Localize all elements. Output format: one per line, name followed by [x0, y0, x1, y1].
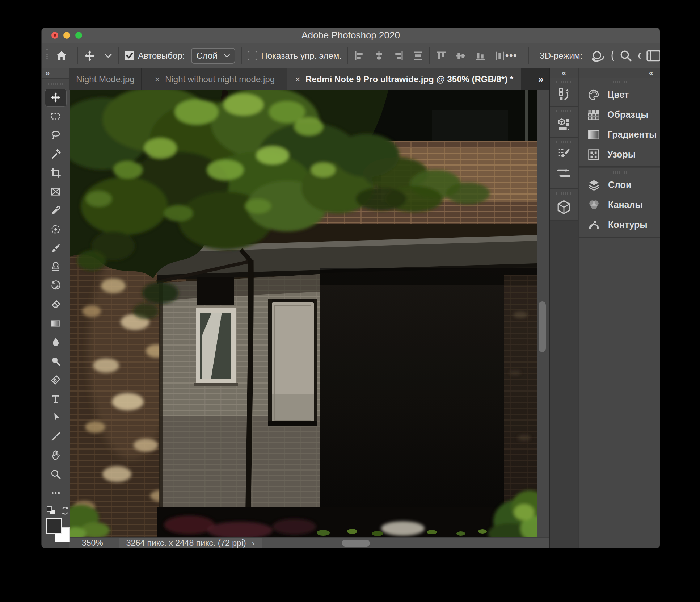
tool-brush[interactable]: [42, 239, 69, 258]
pattern-square-icon: [587, 149, 600, 161]
tool-move[interactable]: [42, 88, 69, 107]
align-left-edges-icon[interactable]: [354, 50, 365, 61]
move-tool-icon[interactable]: [84, 50, 96, 62]
dock-header[interactable]: «: [550, 68, 578, 78]
tool-gradient[interactable]: [42, 314, 69, 333]
swap-colors-icon[interactable]: [60, 506, 70, 515]
foreground-color-swatch[interactable]: [46, 518, 62, 534]
dock-group-history: [550, 78, 578, 107]
collapse-dock-icon[interactable]: «: [562, 69, 566, 77]
show-transform-controls-checkbox[interactable]: [248, 51, 257, 60]
autoselect-target-dropdown[interactable]: Слой: [191, 48, 235, 64]
panel-item-channels[interactable]: Каналы: [579, 195, 660, 215]
dock-group-grip[interactable]: [556, 110, 572, 112]
more-tools-icon[interactable]: [42, 484, 69, 502]
dock-group-grip[interactable]: [556, 81, 572, 83]
workspace-panel-icon[interactable]: [646, 50, 660, 62]
tool-line[interactable]: [42, 427, 69, 446]
options-bar-grip[interactable]: [46, 49, 48, 62]
status-bar: 350% 3264 пикс. x 2448 пикс. (72 ppi) ›: [69, 537, 549, 548]
tools-panel-grip[interactable]: [48, 83, 64, 85]
collapse-panels-icon[interactable]: «: [649, 69, 653, 77]
document-canvas[interactable]: [70, 90, 537, 537]
panel-item-patterns[interactable]: Узоры: [579, 145, 660, 164]
align-bottom-edges-icon[interactable]: [475, 50, 486, 61]
panel-item-swatches[interactable]: Образцы: [579, 105, 660, 125]
brush-settings-panel-icon[interactable]: [550, 145, 578, 164]
tool-blur[interactable]: [42, 333, 69, 352]
tool-type[interactable]: [42, 389, 69, 408]
dock-group-grip[interactable]: [556, 141, 572, 143]
3d-mode-label: 3D-режим:: [540, 51, 582, 61]
tool-frame[interactable]: [42, 182, 69, 201]
chevron-right-icon[interactable]: ›: [252, 538, 255, 548]
tool-magic-wand[interactable]: [42, 145, 69, 163]
tool-history-brush[interactable]: [42, 276, 69, 295]
dock-group-properties: [550, 107, 578, 138]
tools-panel: »: [42, 68, 69, 548]
tool-path-selection[interactable]: [42, 408, 69, 427]
panel-group-grip[interactable]: [612, 81, 628, 83]
align-top-edges-icon[interactable]: [436, 50, 447, 61]
tab-overflow-icon[interactable]: »: [538, 74, 544, 85]
align-buttons-group: [354, 50, 423, 61]
tool-pen[interactable]: [42, 371, 69, 389]
distribute-vertical-centers-icon[interactable]: [413, 50, 423, 61]
autoselect-checkbox[interactable]: [125, 51, 134, 60]
tab-night-mode[interactable]: Night Mode.jpg: [69, 68, 142, 90]
zoom-level[interactable]: 350%: [82, 538, 103, 548]
home-icon[interactable]: [55, 50, 68, 62]
panel-dock-header[interactable]: «: [579, 68, 660, 78]
desktop: { "window": { "title": "Adobe Photoshop …: [0, 0, 700, 602]
chevron-down-icon[interactable]: [104, 53, 112, 58]
panel-label: Градиенты: [607, 129, 657, 140]
default-colors-icon[interactable]: [46, 506, 56, 516]
color-controls: [42, 505, 69, 544]
panel-label: Контуры: [608, 220, 648, 230]
3d-orbit-icon[interactable]: [590, 49, 605, 63]
close-tab-icon[interactable]: ×: [155, 75, 160, 84]
tool-dodge[interactable]: [42, 352, 69, 371]
3d-panel-icon[interactable]: [550, 196, 578, 218]
tool-crop[interactable]: [42, 163, 69, 182]
tool-zoom[interactable]: [42, 465, 69, 484]
panel-item-gradients[interactable]: Градиенты: [579, 125, 660, 145]
3d-zoom-icon[interactable]: [619, 49, 632, 62]
panel-label: Каналы: [608, 200, 643, 210]
brushes-panel-icon[interactable]: [550, 164, 578, 183]
tab-night-without-night-mode[interactable]: × Night without night mode.jpg: [142, 68, 287, 90]
tool-clone-stamp[interactable]: [42, 258, 69, 276]
tab-label: Redmi Note 9 Pro ultrawide.jpg @ 350% (R…: [305, 74, 513, 84]
close-tab-icon[interactable]: ×: [295, 75, 300, 84]
align-vertical-centers-icon[interactable]: [455, 50, 466, 61]
tool-lasso[interactable]: [42, 126, 69, 145]
horizontal-scrollbar-thumb[interactable]: [342, 540, 370, 547]
expand-tools-icon[interactable]: »: [45, 69, 50, 77]
document-info-chip[interactable]: 3264 пикс. x 2448 пикс. (72 ppi) ›: [119, 538, 262, 548]
panel-label: Слои: [608, 180, 631, 190]
panel-item-color[interactable]: Цвет: [579, 85, 660, 105]
panel-item-layers[interactable]: Слои: [579, 175, 660, 195]
more-options-icon[interactable]: •••: [505, 50, 517, 61]
tool-eraser[interactable]: [42, 295, 69, 314]
align-horizontal-centers-icon[interactable]: [374, 50, 384, 61]
panel-item-paths[interactable]: Контуры: [579, 215, 660, 235]
show-transform-controls-label: Показать упр. элем.: [261, 51, 342, 61]
tool-rectangular-marquee[interactable]: [42, 107, 69, 126]
tool-eyedropper[interactable]: [42, 201, 69, 220]
distribute-horizontal-centers-icon[interactable]: [494, 50, 505, 61]
align-right-edges-icon[interactable]: [393, 50, 404, 61]
document-info: 3264 пикс. x 2448 пикс. (72 ppi): [126, 538, 246, 548]
tab-redmi-note-9-pro-ultrawide[interactable]: × Redmi Note 9 Pro ultrawide.jpg @ 350% …: [287, 68, 521, 90]
tool-hand[interactable]: [42, 446, 69, 465]
swatches-grid-icon: [587, 109, 600, 121]
autoselect-target-value: Слой: [196, 51, 217, 61]
vertical-scrollbar-thumb[interactable]: [539, 301, 546, 352]
tools-panel-header[interactable]: »: [42, 68, 69, 79]
history-panel-icon[interactable]: [550, 85, 578, 104]
properties-panel-icon[interactable]: [550, 114, 578, 135]
dock-group-grip[interactable]: [556, 192, 572, 195]
panel-group-grip[interactable]: [612, 171, 628, 174]
divider: [528, 47, 529, 64]
tool-healing-brush[interactable]: [42, 220, 69, 239]
